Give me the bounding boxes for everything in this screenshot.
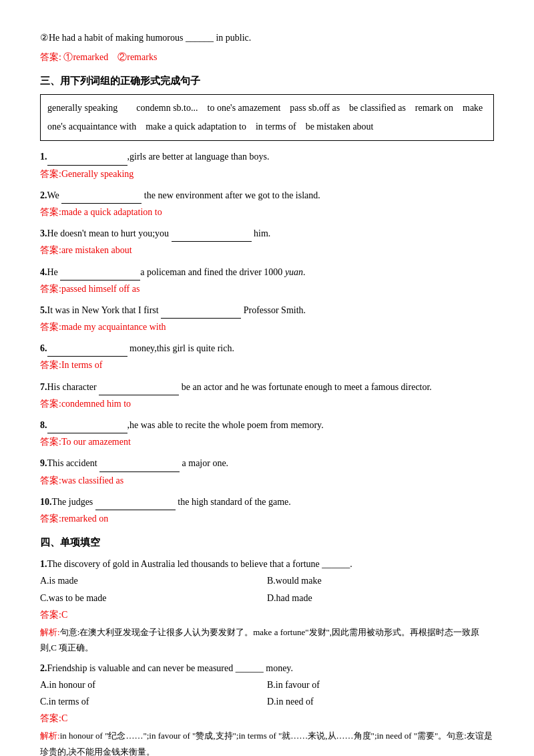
q-text: 10.The judges the high standard of the g…	[40, 493, 494, 510]
q4-text: 1.The discovery of gold in Australia led…	[40, 556, 494, 572]
section3-question-10: 10.The judges the high standard of the g…	[40, 493, 494, 527]
section3-question-4: 4.He a policeman and fined the driver 10…	[40, 263, 494, 297]
q4-options: A.is madeB.would make	[40, 572, 494, 589]
q-answer: 答案:was classified as	[40, 472, 494, 489]
q-answer: 答案:made a quick adaptation to	[40, 204, 494, 220]
q-answer: 答案:In terms of	[40, 357, 494, 373]
q-text: 6. money,this girl is quite rich.	[40, 339, 494, 357]
section3-question-1: 1. ,girls are better at language than bo…	[40, 148, 494, 182]
q-text: 4.He a policeman and fined the driver 10…	[40, 263, 494, 280]
intro-answer: 答案: ①remarked ②remarks	[40, 49, 494, 65]
section3-question-2: 2.We the new environment after we got to…	[40, 186, 494, 220]
section4-question-1: 1.The discovery of gold in Australia led…	[40, 556, 494, 656]
q-text: 8. ,he was able to recite the whole poem…	[40, 416, 494, 433]
q-text: 2.We the new environment after we got to…	[40, 186, 494, 204]
q-answer: 答案:made my acquaintance with	[40, 319, 494, 335]
q-answer: 答案:are mistaken about	[40, 242, 494, 258]
q4-answer: 答案:C	[40, 606, 494, 623]
q4-explanation: 解析:in honour of "纪念……";in favour of "赞成,…	[40, 728, 494, 756]
section3-question-7: 7.His character be an actor and he was f…	[40, 378, 494, 412]
q-answer: 答案:To our amazement	[40, 433, 494, 450]
q-answer: 答案:Generally speaking	[40, 166, 494, 182]
q4-options: A.in honour ofB.in favour of	[40, 677, 494, 693]
q4-options-2: C.was to be madeD.had made	[40, 590, 494, 606]
q-text: 5.It was in New York that I first Profes…	[40, 301, 494, 319]
intro-q-text: ②He had a habit of making humorous _____…	[40, 29, 494, 46]
q-text: 3.He doesn't mean to hurt you;you him.	[40, 224, 494, 242]
section3-question-9: 9.This accident a major one.答案:was class…	[40, 454, 494, 488]
section3-questions: 1. ,girls are better at language than bo…	[40, 148, 494, 527]
section4-question-2: 2.Friendship is valuable and can never b…	[40, 660, 494, 756]
q-answer: 答案:remarked on	[40, 510, 494, 527]
section3-header: 三、用下列词组的正确形式完成句子	[40, 72, 494, 90]
section3-question-5: 5.It was in New York that I first Profes…	[40, 301, 494, 335]
q-text: 1. ,girls are better at language than bo…	[40, 148, 494, 165]
q-text: 7.His character be an actor and he was f…	[40, 378, 494, 395]
q4-options-2: C.in terms ofD.in need of	[40, 693, 494, 710]
phrase-box: generally speaking condemn sb.to... to o…	[40, 94, 494, 141]
q-answer: 答案:passed himself off as	[40, 280, 494, 297]
q-answer: 答案:condemned him to	[40, 395, 494, 412]
q-text: 9.This accident a major one.	[40, 454, 494, 471]
section3-question-6: 6. money,this girl is quite rich.答案:In t…	[40, 339, 494, 373]
q4-explanation: 解析:句意:在澳大利亚发现金子让很多人认为要发财了。make a fortune…	[40, 624, 494, 656]
section3-question-3: 3.He doesn't mean to hurt you;you him.答案…	[40, 224, 494, 258]
section4-questions: 1.The discovery of gold in Australia led…	[40, 556, 494, 756]
q4-answer: 答案:C	[40, 710, 494, 727]
section3-question-8: 8. ,he was able to recite the whole poem…	[40, 416, 494, 450]
section4-header: 四、单项填空	[40, 534, 494, 552]
intro-question: ②He had a habit of making humorous _____…	[40, 29, 494, 65]
q4-text: 2.Friendship is valuable and can never b…	[40, 660, 494, 677]
